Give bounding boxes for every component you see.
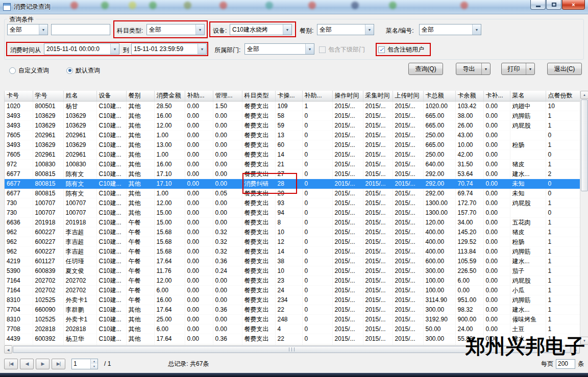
table-cell: 餐费支出 [242,266,275,275]
table-row[interactable]: 7605202961202961C10建...其他1.000.000.00餐费支… [5,130,580,140]
table-cell: 800815 [33,188,63,198]
export-button-label[interactable]: 导出 [456,63,481,74]
page-number-input[interactable] [72,359,90,369]
table-row[interactable]: 3493103629103629C10建...其他13.000.000.00餐费… [5,140,580,149]
query-button[interactable]: 查询(Q) [408,63,443,75]
maximize-button[interactable] [546,0,561,10]
table-cell: 其他 [126,208,154,217]
table-cell: 其他 [126,324,154,334]
department-combo[interactable]: 全部 ▼ [244,43,314,55]
first-page-button[interactable]: |◀ [4,359,18,369]
left-filter-combo[interactable]: 全部 ▼ [7,24,48,35]
scroll-left-icon[interactable]: ◀ [4,345,12,354]
column-header[interactable]: 卡操... [275,91,302,101]
chevron-down-icon[interactable]: ▼ [365,24,374,35]
custom-query-radio[interactable]: 自定义查询 [9,66,49,74]
table-cell: 0 [302,217,332,227]
export-dropdown-icon[interactable]: ▼ [481,63,490,74]
table-cell: 201918 [33,217,63,227]
table-cell: 0.00 [185,275,213,285]
table-row[interactable]: 962600227李吉超C10建...午餐15.680.000.32餐费支出14… [5,246,580,256]
column-header[interactable]: 上传时间 [393,91,423,101]
table-row[interactable]: 962600227李吉超C10建...午餐15.680.000.32餐费支出10… [5,227,580,237]
table-cell: 鸡屁股 [510,275,546,285]
table-cell: 113.84 [455,246,483,256]
chevron-down-icon[interactable]: ▼ [39,24,47,35]
column-header[interactable]: 采集时间 [363,91,393,101]
meal-type-combo[interactable]: 全部 ▼ [317,24,374,35]
table-cell: 800815 [33,179,63,188]
print-dropdown-icon[interactable]: ▼ [526,63,534,74]
table-cell: 2015/... [332,285,363,295]
table-row[interactable]: 7704660090李群鹏C10建...其他17.640.000.36餐费支出2… [5,305,580,314]
table-cell: 2015/... [332,198,363,208]
table-row[interactable]: 7164202702202702C10建...午餐12.000.000.00餐费… [5,275,580,285]
exit-button[interactable]: 退出(C) [547,63,582,75]
table-row[interactable]: 7605202961202961C10建...其他1.000.000.00餐费支… [5,149,580,159]
prev-page-button[interactable]: ◀ [20,359,34,369]
column-header[interactable]: 管理... [213,91,242,101]
table-row[interactable]: 8310102525外卖卡1C10建...午餐16.000.000.00餐费支出… [5,295,580,305]
spin-up-icon[interactable]: ▲ [91,359,97,364]
vertical-scrollbar[interactable]: ▲ ▼ [580,91,588,345]
table-cell: C10建... [96,227,126,237]
table-row[interactable]: 6636201918201918C10建...午餐15.000.000.00餐费… [5,217,580,227]
column-header[interactable]: 餐别 [126,91,154,101]
table-row[interactable]: 3493103629103629C10建...其他12.000.000.00餐费… [5,120,580,130]
table-cell: 400.00 [423,246,455,256]
last-page-button[interactable]: ▶| [52,359,65,369]
column-header[interactable]: 卡余额 [455,91,483,101]
dish-name-combo[interactable]: 全部 ▼ [419,24,481,35]
table-cell: 248 [275,314,302,324]
column-header[interactable]: 补助... [185,91,213,101]
table-cell: 0.00 [213,217,242,227]
column-header[interactable]: 操作时间 [332,91,363,101]
spin-down-icon[interactable]: ▼ [91,364,97,369]
table-body: 1020800501杨甘C10建...其他28.500.001.50餐费支出10… [5,101,580,345]
column-header[interactable]: 卡补... [483,91,510,101]
table-row[interactable]: 8310102525外卖卡1C10建...其他25.000.000.00餐费支出… [5,314,580,324]
table-row[interactable]: 3493103629103629C10建...其他16.000.000.00餐费… [5,111,580,120]
table-row[interactable]: 4219601127任玥瑾C10建...午餐17.640.000.36餐费支出3… [5,256,580,266]
table-cell: 962 [5,227,33,237]
column-header[interactable]: 卡号 [5,91,33,101]
table-cell: 0.00 [483,179,510,188]
per-page-input[interactable] [556,359,575,369]
table-row[interactable]: 7164202702202702C10建...午餐6.000.000.00餐费支… [5,285,580,295]
column-header[interactable]: 补助... [302,91,332,101]
table-cell: C10建... [96,159,126,169]
scroll-up-icon[interactable]: ▲ [580,91,588,99]
close-button[interactable]: × [562,0,585,10]
column-header[interactable]: 消费金额 [154,91,185,101]
default-query-radio[interactable]: 默认查询 [66,66,100,74]
table-cell: 李吉超 [63,227,96,237]
export-button[interactable]: 导出 ▼ [456,63,491,75]
filter-text-input[interactable] [51,24,110,35]
table-cell: 0.00 [185,305,213,314]
column-header[interactable]: 设备 [96,91,126,101]
column-header[interactable]: 学号 [33,91,63,101]
next-page-button[interactable]: ▶ [36,359,50,369]
column-header[interactable]: 点餐份数 [546,91,580,101]
chevron-down-icon[interactable]: ▼ [472,24,481,35]
table-row[interactable]: 730100707100707C10建...其他12.000.000.00餐费支… [5,198,580,208]
minimize-button[interactable] [530,0,546,10]
table-cell: 0 [302,159,332,169]
column-header[interactable]: 卡总额 [423,91,455,101]
vertical-scroll-thumb[interactable] [581,99,588,191]
column-header[interactable]: 菜名 [510,91,546,101]
print-button-label[interactable]: 打印 [502,63,526,74]
table-cell: 2015/... [363,305,393,314]
table-row[interactable]: 5390600839夏文俊C10建...午餐11.760.000.24餐费支出1… [5,266,580,275]
table-cell: 2015/... [332,295,363,305]
column-header[interactable]: 姓名 [63,91,96,101]
print-button[interactable]: 打印 ▼ [501,63,535,75]
table-row[interactable]: 962600227李吉超C10建...午餐15.680.000.32餐费支出12… [5,237,580,246]
chevron-down-icon[interactable]: ▼ [305,44,314,54]
table-row[interactable]: 1020800501杨甘C10建...其他28.500.001.50餐费支出10… [5,101,580,111]
page-number-spinner[interactable]: ▲ ▼ [71,359,98,369]
table-row[interactable]: 972100830100830C10建...其他16.000.000.00餐费支… [5,159,580,169]
table-row[interactable]: 730100707100707C10建...其他15.000.000.00餐费支… [5,208,580,217]
column-header[interactable]: 科目类型 [242,91,275,101]
spinner-arrows[interactable]: ▲ ▼ [90,359,97,369]
